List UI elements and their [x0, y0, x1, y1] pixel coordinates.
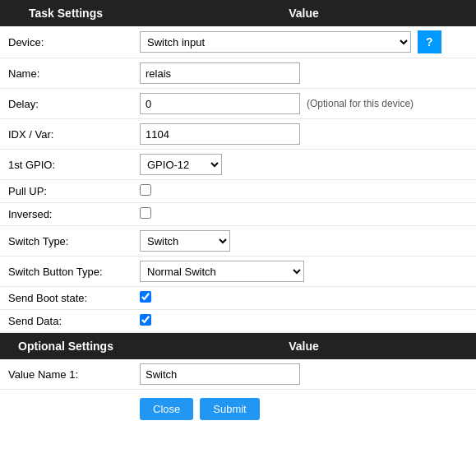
switch-type-row: Switch Type: Switch Dimmer Other [0, 226, 476, 257]
delay-input[interactable] [140, 93, 300, 114]
value-name1-input[interactable] [140, 363, 300, 385]
device-cell: Switch input ? [132, 26, 476, 58]
gpio1-row: 1st GPIO: GPIO-12 GPIO-0 GPIO-1 GPIO-2 G… [0, 150, 476, 180]
col1-header: Task Settings [0, 0, 132, 26]
send-data-label: Send Data: [0, 310, 132, 333]
pullup-checkbox[interactable] [140, 184, 151, 196]
gpio1-cell: GPIO-12 GPIO-0 GPIO-1 GPIO-2 GPIO-4 GPIO… [132, 150, 476, 180]
idxvar-row: IDX / Var: [0, 119, 476, 150]
inversed-cell [132, 203, 476, 226]
value-name1-cell [132, 359, 476, 390]
submit-button[interactable]: Submit [200, 398, 259, 420]
inversed-label: Inversed: [0, 203, 132, 226]
optional-col2-header: Value [132, 333, 476, 360]
send-boot-row: Send Boot state: [0, 287, 476, 310]
device-row: Device: Switch input ? [0, 26, 476, 58]
help-button[interactable]: ? [418, 30, 441, 53]
pullup-label: Pull UP: [0, 180, 132, 203]
gpio1-select[interactable]: GPIO-12 GPIO-0 GPIO-1 GPIO-2 GPIO-4 GPIO… [140, 154, 222, 175]
switch-button-type-label: Switch Button Type: [0, 257, 132, 287]
idxvar-input[interactable] [140, 123, 300, 145]
delay-cell: (Optional for this device) [132, 89, 476, 119]
table-header: Task Settings Value [0, 0, 476, 26]
switch-button-type-row: Switch Button Type: Normal Switch Push B… [0, 257, 476, 287]
send-boot-label: Send Boot state: [0, 287, 132, 310]
inversed-checkbox[interactable] [140, 207, 151, 219]
switch-type-select[interactable]: Switch Dimmer Other [140, 230, 230, 252]
value-name1-label: Value Name 1: [0, 359, 132, 390]
idxvar-cell [132, 119, 476, 150]
buttons-spacer [0, 390, 132, 429]
send-data-cell [132, 310, 476, 333]
pullup-cell [132, 180, 476, 203]
value-name1-row: Value Name 1: [0, 359, 476, 390]
switch-type-cell: Switch Dimmer Other [132, 226, 476, 257]
name-row: Name: [0, 58, 476, 89]
name-label: Name: [0, 58, 132, 89]
send-boot-checkbox[interactable] [140, 291, 151, 303]
send-boot-cell [132, 287, 476, 310]
switch-type-label: Switch Type: [0, 226, 132, 257]
buttons-cell: Close Submit [132, 390, 476, 429]
inversed-row: Inversed: [0, 203, 476, 226]
optional-col1-header: Optional Settings [0, 333, 132, 360]
send-data-row: Send Data: [0, 310, 476, 333]
delay-row: Delay: (Optional for this device) [0, 89, 476, 119]
delay-label: Delay: [0, 89, 132, 119]
delay-optional-text: (Optional for this device) [307, 98, 414, 109]
device-select[interactable]: Switch input [140, 31, 411, 53]
col2-header: Value [132, 0, 476, 26]
switch-button-type-cell: Normal Switch Push Button Active Low Pus… [132, 257, 476, 287]
gpio1-label: 1st GPIO: [0, 150, 132, 180]
optional-settings-header: Optional Settings Value [0, 333, 476, 360]
send-data-checkbox[interactable] [140, 314, 151, 326]
name-cell [132, 58, 476, 89]
device-label: Device: [0, 26, 132, 58]
close-button[interactable]: Close [140, 398, 193, 420]
name-input[interactable] [140, 62, 300, 84]
switch-button-type-select[interactable]: Normal Switch Push Button Active Low Pus… [140, 261, 304, 282]
buttons-row: Close Submit [0, 390, 476, 429]
idxvar-label: IDX / Var: [0, 119, 132, 150]
pullup-row: Pull UP: [0, 180, 476, 203]
